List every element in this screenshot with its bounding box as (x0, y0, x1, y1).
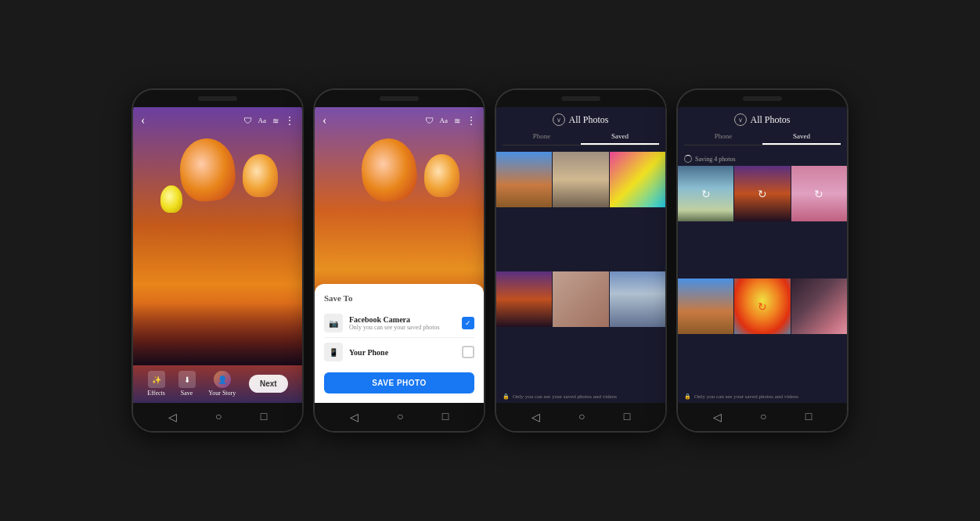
gallery-cell-6[interactable] (610, 271, 665, 327)
gallery-cell-2[interactable] (553, 152, 608, 207)
notch-bar-3 (561, 96, 600, 101)
down-arrow-icon[interactable]: ∨ (553, 113, 565, 126)
gallery-cell-s6[interactable] (791, 278, 847, 334)
save-label: Save (181, 390, 193, 397)
back-nav-icon-2[interactable]: ◁ (350, 411, 358, 424)
down-arrow-icon-2[interactable]: ∨ (734, 113, 747, 126)
lock-icon-2: 🔒 (684, 393, 691, 400)
camera-screen: ‹ 🛡 Aa ≋ ⋮ ✨ Effects (133, 107, 302, 403)
gallery-footer-2: 🔒 Only you can see your saved photos and… (678, 390, 847, 403)
phone-1-nav: ◁ ○ □ (133, 403, 302, 431)
effects-action[interactable]: ✨ Effects (147, 371, 165, 397)
recent-nav-icon[interactable]: □ (261, 411, 267, 423)
tab-saved-2[interactable]: Saved (762, 129, 841, 145)
text-icon[interactable]: Aa (258, 117, 267, 124)
save-photo-button[interactable]: SAVE PHOTO (324, 372, 474, 393)
save-option-phone[interactable]: 📱 Your Phone (324, 338, 474, 366)
gallery-tabs: Phone Saved (503, 129, 659, 146)
notch-bar-4 (743, 96, 782, 101)
gallery-cell-s2[interactable]: ↻ (734, 166, 790, 221)
phone-2: ‹ 🛡 Aa ≋ ⋮ Save To 📷 (313, 88, 485, 433)
next-button[interactable]: Next (249, 375, 288, 393)
camera-bottom-bar: ✨ Effects ⬇ Save 👤 Your Story Next (133, 368, 302, 400)
gallery-cell-1[interactable] (496, 152, 552, 207)
home-nav-icon-4[interactable]: ○ (760, 411, 766, 423)
gallery-title-row-2: ∨ All Photos (734, 113, 790, 126)
saving-text: Saving 4 photos (695, 156, 736, 163)
lantern-med (243, 154, 278, 197)
phone-4-notch (678, 90, 847, 107)
brush-icon[interactable]: ≋ (272, 117, 279, 125)
recent-nav-icon-4[interactable]: □ (805, 411, 812, 423)
mask-icon[interactable]: 🛡 (243, 116, 252, 125)
gallery-cell-4[interactable] (496, 271, 552, 327)
camera-top-bar-2: ‹ 🛡 Aa ≋ ⋮ (315, 110, 484, 131)
camera-top-bar: ‹ 🛡 Aa ≋ ⋮ (133, 110, 302, 131)
gallery-footer-text: Only you can see your saved photos and v… (513, 393, 617, 400)
phone-2-screen: ‹ 🛡 Aa ≋ ⋮ Save To 📷 (315, 107, 484, 403)
gallery-screen: ∨ All Photos Phone Saved (496, 107, 665, 403)
back-nav-icon-4[interactable]: ◁ (713, 411, 722, 424)
gallery-cell-3[interactable] (610, 152, 665, 207)
more-icon[interactable]: ⋮ (285, 115, 294, 127)
phone-1: ‹ 🛡 Aa ≋ ⋮ ✨ Effects (132, 88, 304, 433)
gallery-tabs-2: Phone Saved (684, 129, 841, 146)
phones-container: ‹ 🛡 Aa ≋ ⋮ ✨ Effects (116, 73, 864, 448)
sync-icon-4: ↻ (758, 300, 767, 313)
home-nav-icon-3[interactable]: ○ (578, 411, 585, 423)
phone-2-nav: ◁ ○ □ (315, 403, 484, 431)
facebook-camera-checkbox[interactable]: ✓ (462, 317, 474, 329)
phone-4-screen: ∨ All Photos Phone Saved Saving 4 photos (678, 107, 847, 403)
tab-phone-2[interactable]: Phone (684, 129, 762, 145)
phone-3: ∨ All Photos Phone Saved (495, 88, 667, 433)
mask-icon-2[interactable]: 🛡 (425, 116, 434, 125)
facebook-camera-icon: 📷 (324, 314, 343, 332)
story-action[interactable]: 👤 Your Story (208, 371, 236, 397)
text-icon-2[interactable]: Aa (440, 117, 449, 124)
tab-saved[interactable]: Saved (581, 129, 659, 145)
lantern-big (178, 136, 238, 203)
gallery-cell-s5[interactable]: ↻ (734, 278, 790, 334)
gallery-screen-2: ∨ All Photos Phone Saved Saving 4 photos (678, 107, 847, 403)
lantern-med-2 (424, 154, 459, 197)
phone-3-screen: ∨ All Photos Phone Saved (496, 107, 665, 403)
lantern-small (160, 185, 182, 213)
recent-nav-icon-3[interactable]: □ (624, 411, 630, 423)
your-phone-checkbox[interactable] (462, 346, 474, 358)
camera-screen-2: ‹ 🛡 Aa ≋ ⋮ Save To 📷 (315, 107, 484, 403)
save-option-facebook-text: Facebook Camera Only you can see your sa… (349, 315, 456, 331)
home-nav-icon-2[interactable]: ○ (397, 411, 403, 423)
facebook-camera-label: Facebook Camera (349, 315, 456, 324)
notch-bar (198, 96, 237, 101)
more-icon-2[interactable]: ⋮ (467, 115, 476, 127)
gallery-title-2: All Photos (750, 114, 790, 126)
gallery-grid-2: ↻ ↻ ↻ ↻ (678, 166, 847, 390)
phone-2-notch (315, 90, 484, 107)
phone-1-notch (133, 90, 302, 107)
save-action[interactable]: ⬇ Save (178, 371, 196, 397)
tab-phone[interactable]: Phone (503, 129, 581, 145)
gallery-header: ∨ All Photos Phone Saved (496, 107, 665, 152)
effects-label: Effects (147, 390, 165, 397)
gallery-header-2: ∨ All Photos Phone Saved (678, 107, 847, 152)
back-nav-icon-3[interactable]: ◁ (531, 411, 540, 424)
gallery-cell-5[interactable] (553, 271, 608, 327)
save-option-phone-text: Your Phone (349, 348, 456, 357)
back-icon-2[interactable]: ‹ (322, 113, 326, 128)
gallery-cell-s3[interactable]: ↻ (791, 166, 847, 221)
facebook-camera-sub: Only you can see your saved photos (349, 324, 456, 331)
gallery-cell-s4[interactable] (678, 278, 733, 334)
effects-icon: ✨ (148, 371, 165, 388)
gallery-cell-s1[interactable]: ↻ (678, 166, 733, 221)
save-option-facebook[interactable]: 📷 Facebook Camera Only you can see your … (324, 309, 474, 338)
phone-4-nav: ◁ ○ □ (678, 403, 847, 431)
your-phone-label: Your Phone (349, 348, 456, 357)
home-nav-icon[interactable]: ○ (215, 411, 222, 423)
lantern-big-2 (359, 136, 420, 203)
back-icon[interactable]: ‹ (141, 113, 145, 128)
back-nav-icon[interactable]: ◁ (168, 411, 177, 424)
gallery-title: All Photos (568, 114, 608, 126)
recent-nav-icon-2[interactable]: □ (442, 411, 449, 423)
brush-icon-2[interactable]: ≋ (454, 117, 460, 125)
story-icon: 👤 (214, 371, 231, 388)
